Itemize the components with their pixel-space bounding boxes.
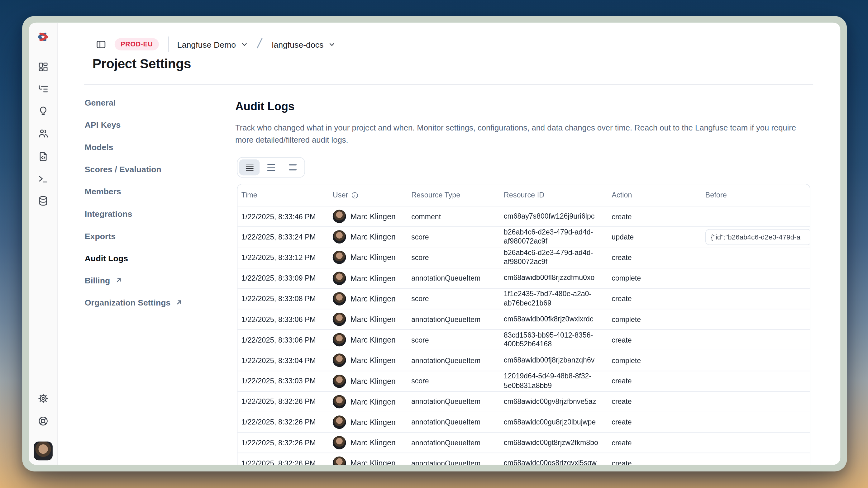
cell-before	[705, 248, 810, 267]
terminal-icon[interactable]	[34, 170, 52, 188]
settings-nav-label: Scores / Evaluation	[85, 164, 161, 174]
cell-before	[705, 371, 810, 391]
cell-resource-id: b26ab4c6-d2e3-479d-ad4d-af980072ac9f	[504, 228, 607, 246]
settings-nav-item-members[interactable]: Members	[85, 180, 223, 202]
cell-time: 1/22/2025, 8:33:06 PM	[238, 315, 333, 324]
audit-logs-description: Track who changed what in your project a…	[235, 122, 798, 147]
settings-nav-label: API Keys	[85, 120, 121, 129]
cell-time: 1/22/2025, 8:33:08 PM	[238, 295, 333, 303]
user-name: Marc Klingen	[350, 418, 396, 426]
cell-before	[705, 453, 810, 465]
settings-nav-item-models[interactable]: Models	[85, 136, 223, 158]
cell-resource-id: b26ab4c6-d2e3-479d-ad4d-af980072ac9f	[504, 249, 607, 267]
settings-nav-item-audit-logs[interactable]: Audit Logs	[85, 247, 223, 269]
cell-before	[705, 412, 810, 432]
user-avatar[interactable]	[33, 442, 52, 460]
user-avatar	[333, 313, 346, 326]
table-row: 1/22/2025, 8:33:46 PMMarc Klingencomment…	[238, 206, 810, 227]
external-link-icon	[176, 299, 183, 306]
cell-time: 1/22/2025, 8:32:26 PM	[238, 418, 333, 426]
cell-before	[705, 350, 810, 370]
cell-user: Marc Klingen	[333, 292, 411, 305]
before-json-text: {"id":"b26ab4c6-d2e3-479d-a	[711, 233, 800, 241]
settings-nav-item-integrations[interactable]: Integrations	[85, 202, 223, 225]
settings-nav-item-organization-settings[interactable]: Organization Settings	[85, 292, 223, 314]
cell-action: complete	[612, 356, 705, 365]
cell-resource-type: score	[411, 233, 504, 241]
cell-action: complete	[612, 274, 705, 283]
settings-nav-item-api-keys[interactable]: API Keys	[85, 114, 223, 136]
cell-resource-type: score	[411, 377, 504, 385]
breadcrumb: PROD-EU Langfuse Demo langfuse-docs	[94, 37, 335, 52]
cell-action: create	[612, 213, 705, 221]
user-name: Marc Klingen	[350, 212, 396, 221]
cell-user: Marc Klingen	[333, 374, 411, 388]
environment-badge[interactable]: PROD-EU	[115, 38, 159, 51]
cell-user: Marc Klingen	[333, 436, 411, 449]
info-icon[interactable]	[351, 191, 359, 199]
cell-user: Marc Klingen	[333, 210, 411, 223]
settings-nav: GeneralAPI KeysModelsScores / Evaluation…	[85, 91, 223, 314]
user-name: Marc Klingen	[350, 335, 396, 344]
settings-nav-item-scores-evaluation[interactable]: Scores / Evaluation	[85, 158, 223, 180]
column-header-action: Action	[612, 191, 705, 199]
project-name: langfuse-docs	[272, 39, 323, 49]
cell-user: Marc Klingen	[333, 313, 411, 326]
settings-nav-label: Integrations	[85, 209, 132, 218]
page-title: Project Settings	[93, 56, 191, 71]
org-switcher[interactable]: Langfuse Demo	[177, 39, 247, 49]
cell-action: create	[612, 254, 705, 262]
project-switcher[interactable]: langfuse-docs	[272, 39, 335, 49]
cell-time: 1/22/2025, 8:33:09 PM	[238, 274, 333, 283]
density-button-rows-relaxed[interactable]	[282, 159, 303, 176]
cell-time: 1/22/2025, 8:33:03 PM	[238, 377, 333, 385]
table-row: 1/22/2025, 8:33:06 PMMarc Klingenannotat…	[238, 309, 810, 330]
density-button-rows-dense[interactable]	[239, 159, 260, 176]
cell-before	[705, 206, 810, 226]
user-avatar	[333, 271, 346, 285]
external-link-icon	[115, 277, 122, 284]
header-divider	[84, 84, 813, 85]
density-button-rows-default[interactable]	[261, 159, 281, 176]
langfuse-logo-icon[interactable]	[34, 28, 52, 45]
cell-action: create	[612, 397, 705, 406]
cell-before	[705, 391, 810, 412]
dashboard-icon[interactable]	[34, 58, 52, 76]
before-json-chip[interactable]: {"id":"b26ab4c6-d2e3-479d-a	[705, 229, 811, 246]
settings-nav-item-exports[interactable]: Exports	[85, 225, 223, 247]
user-name: Marc Klingen	[350, 356, 396, 365]
chevron-down-icon	[329, 41, 335, 47]
settings-gear-icon[interactable]	[34, 390, 52, 408]
sidebar-toggle-icon[interactable]	[94, 38, 107, 51]
users-icon[interactable]	[34, 125, 52, 142]
cell-resource-type: comment	[411, 213, 504, 221]
settings-nav-item-general[interactable]: General	[85, 91, 223, 113]
breadcrumb-slash	[256, 36, 263, 52]
cell-resource-type: annotationQueueItem	[411, 438, 504, 447]
table-header-row: TimeUserResource TypeResource IDActionBe…	[238, 184, 810, 206]
cell-action: update	[612, 233, 705, 241]
user-avatar	[333, 292, 346, 305]
lightbulb-icon[interactable]	[34, 102, 52, 120]
cell-time: 1/22/2025, 8:33:46 PM	[238, 213, 333, 221]
tracing-tree-icon[interactable]	[34, 80, 52, 98]
cell-user: Marc Klingen	[333, 457, 411, 465]
cell-user: Marc Klingen	[333, 416, 411, 429]
audit-logs-title: Audit Logs	[235, 100, 294, 113]
user-name: Marc Klingen	[350, 253, 396, 262]
settings-nav-item-billing[interactable]: Billing	[85, 269, 223, 291]
cell-action: create	[612, 438, 705, 447]
settings-nav-label: Audit Logs	[85, 254, 128, 263]
table-row: 1/22/2025, 8:32:26 PMMarc Klingenannotat…	[238, 453, 810, 465]
cell-resource-type: score	[411, 295, 504, 303]
cell-resource-id: 1f1e2435-7bd7-480e-a2a0-ab76bec21b69	[504, 290, 607, 308]
row-lines-icon	[267, 164, 275, 171]
file-code-icon[interactable]	[34, 148, 52, 165]
cell-resource-id: cm68awidc00gt8rjzw2fkm8bo	[504, 438, 607, 447]
audit-logs-table: TimeUserResource TypeResource IDActionBe…	[237, 184, 810, 465]
cell-before	[705, 289, 810, 308]
cell-before	[705, 309, 810, 329]
support-lifebuoy-icon[interactable]	[34, 412, 52, 430]
database-icon[interactable]	[34, 192, 52, 210]
cell-time: 1/22/2025, 8:32:26 PM	[238, 459, 333, 465]
